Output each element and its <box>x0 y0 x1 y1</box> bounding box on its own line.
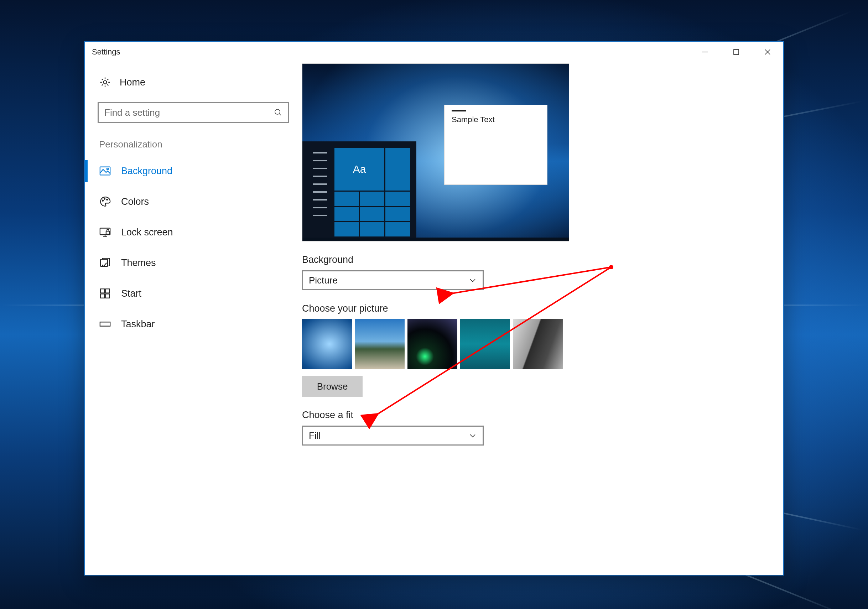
svg-rect-1 <box>734 50 739 54</box>
svg-point-10 <box>104 198 105 200</box>
nav-item-label: Colors <box>121 196 149 207</box>
taskbar-icon <box>99 318 111 330</box>
search-icon <box>274 108 282 117</box>
themes-icon <box>99 257 111 269</box>
svg-point-4 <box>103 81 107 84</box>
window-controls <box>689 42 783 62</box>
preview-start-menu: Aa <box>302 141 416 241</box>
nav-item-label: Taskbar <box>121 319 155 330</box>
search-placeholder: Find a setting <box>104 107 274 118</box>
fit-dropdown[interactable]: Fill <box>302 426 484 446</box>
preview-sample-window: Sample Text <box>444 105 547 185</box>
svg-rect-18 <box>105 289 109 293</box>
background-dropdown[interactable]: Picture <box>302 270 484 290</box>
choose-fit-label: Choose a fit <box>302 409 783 421</box>
close-button[interactable] <box>752 42 783 62</box>
browse-button[interactable]: Browse <box>302 376 363 397</box>
chevron-down-icon <box>468 431 477 440</box>
nav-item-themes[interactable]: Themes <box>85 248 302 278</box>
section-label: Personalization <box>99 139 302 150</box>
svg-point-22 <box>609 265 613 269</box>
window-title: Settings <box>92 47 120 57</box>
preview-tile-aa: Aa <box>335 148 384 191</box>
fit-dropdown-value: Fill <box>309 430 321 441</box>
browse-button-label: Browse <box>317 381 348 392</box>
wallpaper-thumbnail-1[interactable] <box>302 319 352 369</box>
svg-rect-15 <box>106 231 110 234</box>
nav-list: Background Colors Lock screen <box>85 156 302 339</box>
start-grid-icon <box>99 287 111 299</box>
home-label: Home <box>120 77 145 88</box>
svg-point-9 <box>102 200 103 201</box>
desktop-preview: Aa Sample Text <box>302 64 569 242</box>
titlebar[interactable]: Settings <box>85 42 783 62</box>
picture-icon <box>99 165 111 177</box>
monitor-lock-icon <box>99 226 111 238</box>
svg-rect-17 <box>101 289 104 293</box>
settings-window: Settings Home <box>84 41 784 575</box>
svg-point-5 <box>275 109 280 114</box>
nav-item-lock-screen[interactable]: Lock screen <box>85 217 302 248</box>
svg-point-11 <box>107 199 108 200</box>
nav-item-label: Background <box>121 166 172 177</box>
nav-item-label: Start <box>121 288 141 299</box>
maximize-button[interactable] <box>721 42 752 62</box>
home-button[interactable]: Home <box>85 72 302 93</box>
nav-item-label: Lock screen <box>121 227 173 238</box>
gear-icon <box>99 76 111 88</box>
picture-thumbnails <box>302 319 783 369</box>
sidebar: Home Find a setting Personalization Back… <box>85 62 302 575</box>
choose-picture-label: Choose your picture <box>302 303 783 314</box>
svg-rect-20 <box>105 294 109 298</box>
wallpaper-thumbnail-4[interactable] <box>460 319 510 369</box>
svg-point-8 <box>107 168 108 170</box>
wallpaper-thumbnail-5[interactable] <box>513 319 563 369</box>
content-pane: Aa Sample Text Background Picture <box>302 62 783 575</box>
minimize-button[interactable] <box>689 42 721 62</box>
svg-rect-21 <box>100 322 110 326</box>
background-dropdown-value: Picture <box>309 275 338 286</box>
search-input[interactable]: Find a setting <box>98 102 289 123</box>
nav-item-label: Themes <box>121 257 156 268</box>
background-label: Background <box>302 254 783 265</box>
palette-icon <box>99 195 111 208</box>
chevron-down-icon <box>468 276 477 285</box>
svg-line-6 <box>279 114 281 115</box>
preview-sample-text: Sample Text <box>452 115 547 124</box>
wallpaper-thumbnail-2[interactable] <box>355 319 405 369</box>
nav-item-colors[interactable]: Colors <box>85 186 302 217</box>
svg-rect-19 <box>101 294 104 298</box>
wallpaper-thumbnail-3[interactable] <box>408 319 457 369</box>
nav-item-background[interactable]: Background <box>85 156 302 186</box>
nav-item-taskbar[interactable]: Taskbar <box>85 309 302 339</box>
nav-item-start[interactable]: Start <box>85 278 302 309</box>
